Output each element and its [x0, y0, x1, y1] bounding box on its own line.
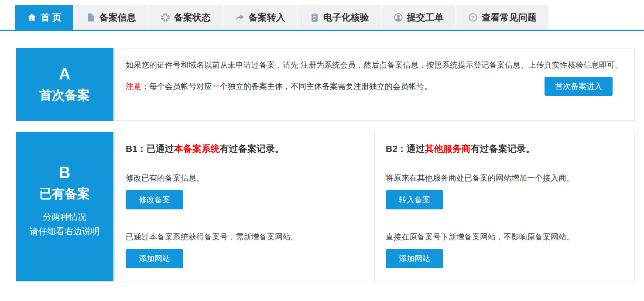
section-a-letter: A [59, 65, 70, 83]
tab-faq[interactable]: ? 查看常见问题 [456, 5, 548, 30]
tab-label: 电子化核验 [323, 11, 369, 24]
b2-divider [386, 162, 623, 162]
b1-add-website-button[interactable]: 添加网站 [126, 249, 183, 268]
tab-electronic-verification[interactable]: 电子化核验 [298, 5, 381, 30]
tab-filing-status[interactable]: 备案状态 [149, 5, 223, 30]
transfer-arrow-icon [235, 13, 245, 22]
b2-heading-highlight: 其他服务商 [425, 144, 471, 154]
user-icon [394, 13, 403, 22]
tab-label: 首 页 [41, 11, 62, 24]
section-a-title: 首次备案 [39, 87, 90, 104]
paragraph-text-after: ，然后点备案信息，按照系统提示登记备案信息、上传真实性核验信息即可。 [356, 61, 623, 69]
tab-label: 备案转入 [249, 11, 285, 24]
first-filing-enter-button[interactable]: 首次备案进入 [545, 77, 613, 96]
tab-label: 备案信息 [99, 11, 136, 24]
modify-filing-button[interactable]: 修改备案 [126, 190, 183, 209]
section-a-note-row: 注意：每个会员帐号对应一个独立的备案主体，不同主体备案需要注册独立的会员帐号。 … [126, 77, 623, 96]
tab-home[interactable]: 首 页 [15, 5, 73, 30]
section-b1-panel: B1：已通过本备案系统有过备案记录。 修改已有的备案信息。 修改备案 已通过本备… [114, 132, 369, 281]
section-a-paragraph: 如果您的证件号和域名以前从未申请过备案，请先 注册为系统会员，然后点备案信息，按… [126, 54, 623, 76]
b2-row1-text: 将原来在其他服务商处已备案的网站增加一个接入商。 [386, 173, 623, 183]
section-b-title: 已有备案 [39, 185, 90, 203]
section-b-note: 分两种情况 请仔细看右边说明 [30, 210, 99, 239]
note-label: 注意： [126, 82, 149, 91]
home-icon [27, 13, 37, 22]
section-a-note: 注意：每个会员帐号对应一个独立的备案主体，不同主体备案需要注册独立的会员帐号。 [126, 81, 432, 92]
section-b2-panel: B2：通过其他服务商有过备案记录。 将原来在其他服务商处已备案的网站增加一个接入… [374, 132, 635, 281]
b2-add-website-button[interactable]: 添加网站 [386, 249, 443, 268]
b1-row1-text: 修改已有的备案信息。 [126, 173, 358, 183]
status-ring-icon [161, 13, 170, 22]
b2-heading-prefix: B2：通过 [386, 144, 425, 154]
b1-heading-suffix: 有过备案记录。 [220, 144, 284, 154]
paragraph-text-before: 如果您的证件号和域名以前从未申请过备案，请先 [126, 61, 301, 69]
tab-filing-transfer[interactable]: 备案转入 [223, 5, 297, 30]
section-b-note-line2: 请仔细看右边说明 [30, 224, 99, 239]
clipboard-icon [310, 13, 319, 22]
transfer-in-filing-button[interactable]: 转入备案 [386, 190, 443, 209]
section-b-note-line1: 分两种情况 [30, 210, 99, 224]
tab-filing-info[interactable]: 备案信息 [74, 5, 148, 30]
section-b-letter: B [59, 163, 70, 182]
b2-heading: B2：通过其他服务商有过备案记录。 [386, 143, 623, 155]
b1-heading-prefix: B1：已通过 [126, 144, 174, 154]
b1-divider [126, 162, 358, 162]
tab-bar: 首 页 备案信息 备案状态 备案转入 电子化核验 提交工单 ? 查看常见问题 [0, 0, 644, 31]
tab-submit-ticket[interactable]: 提交工单 [382, 5, 456, 30]
tab-label: 备案状态 [174, 11, 211, 24]
section-a-badge: A 首次备案 [16, 48, 113, 121]
section-first-filing: A 首次备案 如果您的证件号和域名以前从未申请过备案，请先 注册为系统会员，然后… [16, 48, 635, 121]
tab-label: 提交工单 [407, 11, 444, 24]
document-icon [86, 13, 96, 22]
b1-heading-highlight: 本备案系统 [174, 144, 220, 154]
register-link[interactable]: 注册为系统会员 [301, 61, 356, 69]
note-text: 每个会员帐号对应一个独立的备案主体，不同主体备案需要注册独立的会员帐号。 [149, 82, 432, 91]
b1-heading: B1：已通过本备案系统有过备案记录。 [126, 143, 358, 155]
svg-text:?: ? [471, 14, 475, 21]
section-existing-filing: B 已有备案 分两种情况 请仔细看右边说明 B1：已通过本备案系统有过备案记录。… [16, 132, 635, 281]
section-a-panel: 如果您的证件号和域名以前从未申请过备案，请先 注册为系统会员，然后点备案信息，按… [114, 48, 635, 121]
b2-row2-text: 直接在原备案号下新增备案网站，不影响原备案网站。 [386, 232, 623, 242]
tab-label: 查看常见问题 [482, 11, 537, 24]
b2-heading-suffix: 有过备案记录。 [471, 144, 535, 154]
b1-row2-text: 已通过本备案系统获得备案号，需新增备案网站。 [126, 232, 358, 242]
section-b-badge: B 已有备案 分两种情况 请仔细看右边说明 [16, 132, 113, 281]
question-icon: ? [468, 13, 478, 22]
